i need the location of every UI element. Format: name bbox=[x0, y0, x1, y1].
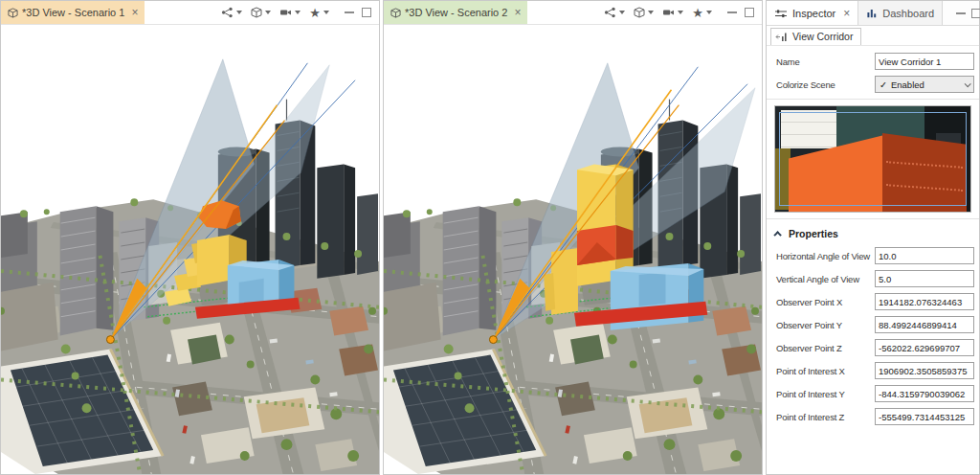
chevron-down-icon bbox=[965, 80, 971, 87]
inspector-panel: Inspector × Dashboard View Corridor bbox=[766, 0, 980, 475]
scene-settings-icon[interactable] bbox=[251, 7, 262, 18]
bar-chart-icon bbox=[866, 8, 878, 19]
name-label: Name bbox=[776, 57, 875, 67]
property-label: Observer Point Z bbox=[776, 343, 875, 353]
check-icon: ✓ bbox=[880, 79, 887, 90]
property-label: Observer Point Y bbox=[776, 320, 875, 330]
tab-3d-view-scenario-1[interactable]: *3D View - Scenario 1 × bbox=[1, 1, 145, 24]
bookmark-star-icon[interactable]: ★ bbox=[309, 7, 321, 19]
colorize-scene-value: Enabled bbox=[891, 79, 924, 90]
tab-inspector[interactable]: Inspector × bbox=[767, 1, 858, 25]
separator bbox=[767, 218, 979, 219]
chevron-down-icon[interactable] bbox=[236, 11, 242, 14]
chevron-down-icon[interactable] bbox=[619, 11, 625, 14]
bookmark-star-icon[interactable]: ★ bbox=[692, 7, 703, 19]
chevron-down-icon[interactable] bbox=[678, 11, 683, 14]
minimize-button[interactable] bbox=[956, 12, 966, 14]
tab-label: Dashboard bbox=[882, 8, 934, 19]
3d-viewport-scenario-2[interactable] bbox=[384, 25, 762, 474]
horizontal-angle-input[interactable] bbox=[875, 247, 974, 264]
chevron-down-icon[interactable] bbox=[295, 11, 301, 14]
maximize-button[interactable] bbox=[362, 8, 371, 17]
property-label: Observer Point X bbox=[776, 297, 875, 307]
preview-corridor-frame bbox=[779, 112, 967, 206]
tabbar-scenario-1: *3D View - Scenario 1 × bbox=[1, 1, 379, 25]
panel-scenario-2: *3D View - Scenario 2 × bbox=[383, 0, 763, 475]
separator bbox=[767, 99, 979, 100]
tab-title: *3D View - Scenario 1 bbox=[22, 7, 124, 18]
point-of-interest-z-input[interactable] bbox=[875, 408, 974, 425]
maximize-button[interactable] bbox=[971, 9, 980, 18]
name-input[interactable] bbox=[875, 53, 974, 70]
tab-dashboard[interactable]: Dashboard bbox=[858, 1, 943, 25]
inspector-subtab-row: View Corridor bbox=[767, 26, 979, 46]
3d-viewport-scenario-1[interactable] bbox=[1, 25, 379, 474]
colorize-scene-dropdown[interactable]: ✓ Enabled bbox=[875, 76, 974, 93]
chevron-down-icon[interactable] bbox=[265, 11, 271, 14]
tabbar-scenario-2: *3D View - Scenario 2 × bbox=[384, 1, 762, 25]
tab-title: *3D View - Scenario 2 bbox=[405, 7, 507, 18]
chevron-down-icon[interactable] bbox=[323, 11, 329, 14]
maximize-button[interactable] bbox=[745, 8, 754, 17]
close-icon[interactable]: × bbox=[843, 7, 850, 20]
minimize-button[interactable] bbox=[345, 11, 354, 13]
point-of-interest-y-input[interactable] bbox=[875, 385, 974, 402]
camera-icon[interactable] bbox=[662, 7, 675, 18]
tab-3d-view-scenario-2[interactable]: *3D View - Scenario 2 × bbox=[384, 1, 527, 24]
subtab-label: View Corridor bbox=[792, 31, 853, 42]
application-window: *3D View - Scenario 1 × bbox=[0, 0, 980, 475]
close-icon[interactable]: × bbox=[131, 6, 138, 19]
view-corridor-icon bbox=[775, 32, 789, 42]
properties-title: Properties bbox=[789, 228, 838, 239]
sliders-icon bbox=[774, 8, 788, 19]
view-corridor-preview bbox=[774, 105, 971, 213]
property-label: Horizontal Angle of View bbox=[776, 251, 875, 261]
property-label: Point of Interest Y bbox=[776, 389, 875, 399]
scene-settings-icon[interactable] bbox=[634, 7, 645, 18]
observer-point[interactable] bbox=[489, 336, 497, 344]
share-icon[interactable] bbox=[604, 7, 616, 18]
panel-scenario-1: *3D View - Scenario 1 × bbox=[0, 0, 380, 475]
property-label: Point of Interest X bbox=[776, 366, 875, 376]
minimize-button[interactable] bbox=[727, 11, 737, 13]
viewport-toolbar: ★ bbox=[214, 1, 379, 24]
share-icon[interactable] bbox=[221, 7, 234, 18]
tab-view-corridor[interactable]: View Corridor bbox=[770, 28, 861, 45]
property-label: Vertical Angle of View bbox=[776, 274, 875, 284]
properties-section-header[interactable]: Properties bbox=[776, 228, 969, 239]
observer-point-z-input[interactable] bbox=[875, 339, 974, 356]
chevron-up-icon bbox=[773, 231, 781, 238]
tab-label: Inspector bbox=[792, 8, 835, 19]
chevron-down-icon[interactable] bbox=[706, 11, 712, 14]
cube-icon bbox=[390, 8, 401, 18]
inspector-tabbar: Inspector × Dashboard bbox=[767, 1, 979, 26]
viewport-toolbar: ★ bbox=[597, 1, 762, 24]
property-label: Point of Interest Z bbox=[776, 412, 875, 422]
chevron-down-icon[interactable] bbox=[648, 11, 654, 14]
view-corridor-form: Name Colorize Scene ✓ Enabled bbox=[767, 46, 979, 431]
observer-point-x-input[interactable] bbox=[875, 293, 974, 310]
vertical-angle-input[interactable] bbox=[875, 270, 974, 287]
observer-point[interactable] bbox=[106, 336, 114, 344]
close-icon[interactable]: × bbox=[514, 6, 521, 19]
camera-icon[interactable] bbox=[279, 7, 292, 18]
observer-point-y-input[interactable] bbox=[875, 316, 974, 333]
cube-icon bbox=[8, 8, 18, 18]
colorize-scene-label: Colorize Scene bbox=[776, 79, 875, 90]
point-of-interest-x-input[interactable] bbox=[875, 362, 974, 379]
